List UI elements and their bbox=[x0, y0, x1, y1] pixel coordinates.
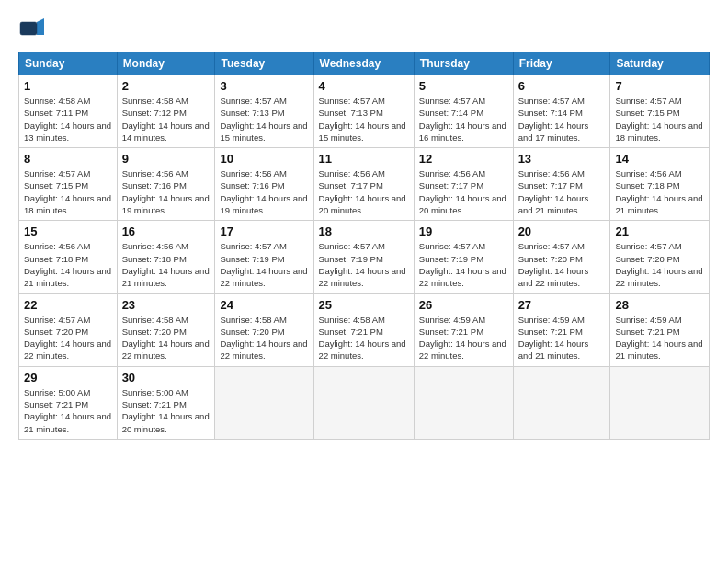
day-number: 10 bbox=[220, 152, 308, 166]
day-number: 8 bbox=[24, 152, 112, 166]
calendar-cell: 6 Sunrise: 4:57 AM Sunset: 7:14 PM Dayli… bbox=[513, 75, 610, 148]
calendar-cell: 1 Sunrise: 4:58 AM Sunset: 7:11 PM Dayli… bbox=[19, 75, 118, 148]
day-number: 6 bbox=[518, 79, 606, 93]
day-number: 2 bbox=[122, 79, 210, 93]
day-detail: Sunrise: 4:56 AM Sunset: 7:17 PM Dayligh… bbox=[319, 167, 409, 216]
logo-icon bbox=[18, 15, 48, 44]
calendar-cell: 9 Sunrise: 4:56 AM Sunset: 7:16 PM Dayli… bbox=[117, 148, 215, 221]
day-detail: Sunrise: 4:58 AM Sunset: 7:20 PM Dayligh… bbox=[220, 314, 308, 362]
calendar-cell bbox=[414, 366, 513, 439]
day-number: 29 bbox=[24, 371, 112, 385]
calendar-cell: 16 Sunrise: 4:56 AM Sunset: 7:18 PM Dayl… bbox=[117, 221, 215, 293]
day-detail: Sunrise: 4:56 AM Sunset: 7:18 PM Dayligh… bbox=[615, 167, 704, 216]
day-number: 4 bbox=[319, 79, 409, 93]
calendar-cell bbox=[313, 366, 414, 439]
page-header bbox=[18, 15, 710, 44]
day-detail: Sunrise: 4:59 AM Sunset: 7:21 PM Dayligh… bbox=[419, 314, 508, 362]
day-number: 23 bbox=[122, 298, 210, 312]
day-number: 12 bbox=[419, 152, 508, 166]
day-number: 30 bbox=[122, 371, 210, 385]
day-detail: Sunrise: 4:57 AM Sunset: 7:20 PM Dayligh… bbox=[24, 314, 112, 362]
day-number: 7 bbox=[615, 79, 704, 93]
calendar-cell: 27 Sunrise: 4:59 AM Sunset: 7:21 PM Dayl… bbox=[513, 293, 610, 366]
day-detail: Sunrise: 4:57 AM Sunset: 7:15 PM Dayligh… bbox=[615, 95, 704, 144]
day-detail: Sunrise: 4:57 AM Sunset: 7:19 PM Dayligh… bbox=[220, 240, 308, 289]
svg-marker-1 bbox=[37, 18, 44, 35]
day-number: 24 bbox=[220, 298, 308, 312]
weekday-header-row: SundayMondayTuesdayWednesdayThursdayFrid… bbox=[19, 52, 710, 75]
day-detail: Sunrise: 4:57 AM Sunset: 7:20 PM Dayligh… bbox=[518, 240, 606, 289]
calendar-cell: 13 Sunrise: 4:56 AM Sunset: 7:17 PM Dayl… bbox=[513, 148, 610, 221]
calendar-cell: 23 Sunrise: 4:58 AM Sunset: 7:20 PM Dayl… bbox=[117, 293, 215, 366]
day-detail: Sunrise: 4:58 AM Sunset: 7:20 PM Dayligh… bbox=[122, 314, 210, 362]
day-number: 18 bbox=[319, 224, 409, 238]
day-number: 11 bbox=[319, 152, 409, 166]
calendar-cell: 20 Sunrise: 4:57 AM Sunset: 7:20 PM Dayl… bbox=[513, 221, 610, 293]
calendar-cell: 2 Sunrise: 4:58 AM Sunset: 7:12 PM Dayli… bbox=[117, 75, 215, 148]
day-detail: Sunrise: 4:57 AM Sunset: 7:14 PM Dayligh… bbox=[518, 95, 606, 144]
day-detail: Sunrise: 4:56 AM Sunset: 7:16 PM Dayligh… bbox=[220, 167, 308, 216]
day-number: 16 bbox=[122, 224, 210, 238]
svg-rect-0 bbox=[20, 22, 37, 35]
weekday-header-sunday: Sunday bbox=[19, 52, 118, 75]
calendar-cell: 15 Sunrise: 4:56 AM Sunset: 7:18 PM Dayl… bbox=[19, 221, 118, 293]
weekday-header-thursday: Thursday bbox=[414, 52, 513, 75]
day-detail: Sunrise: 4:56 AM Sunset: 7:16 PM Dayligh… bbox=[122, 167, 210, 216]
calendar-cell: 5 Sunrise: 4:57 AM Sunset: 7:14 PM Dayli… bbox=[414, 75, 513, 148]
day-number: 5 bbox=[419, 79, 508, 93]
calendar-cell bbox=[610, 366, 710, 439]
day-detail: Sunrise: 5:00 AM Sunset: 7:21 PM Dayligh… bbox=[24, 386, 112, 435]
day-detail: Sunrise: 4:56 AM Sunset: 7:18 PM Dayligh… bbox=[122, 240, 210, 289]
day-number: 21 bbox=[615, 224, 704, 238]
weekday-header-tuesday: Tuesday bbox=[215, 52, 313, 75]
day-detail: Sunrise: 4:58 AM Sunset: 7:11 PM Dayligh… bbox=[24, 95, 112, 144]
calendar-cell: 8 Sunrise: 4:57 AM Sunset: 7:15 PM Dayli… bbox=[19, 148, 118, 221]
day-detail: Sunrise: 4:57 AM Sunset: 7:20 PM Dayligh… bbox=[615, 240, 704, 289]
calendar-cell: 10 Sunrise: 4:56 AM Sunset: 7:16 PM Dayl… bbox=[215, 148, 313, 221]
calendar-cell: 24 Sunrise: 4:58 AM Sunset: 7:20 PM Dayl… bbox=[215, 293, 313, 366]
calendar-cell: 28 Sunrise: 4:59 AM Sunset: 7:21 PM Dayl… bbox=[610, 293, 710, 366]
calendar-cell bbox=[513, 366, 610, 439]
calendar-cell: 7 Sunrise: 4:57 AM Sunset: 7:15 PM Dayli… bbox=[610, 75, 710, 148]
calendar-cell: 30 Sunrise: 5:00 AM Sunset: 7:21 PM Dayl… bbox=[117, 366, 215, 439]
day-number: 17 bbox=[220, 224, 308, 238]
weekday-header-saturday: Saturday bbox=[610, 52, 710, 75]
day-number: 26 bbox=[419, 298, 508, 312]
logo bbox=[18, 15, 51, 44]
day-number: 1 bbox=[24, 79, 112, 93]
day-detail: Sunrise: 4:57 AM Sunset: 7:14 PM Dayligh… bbox=[419, 95, 508, 144]
calendar-cell: 14 Sunrise: 4:56 AM Sunset: 7:18 PM Dayl… bbox=[610, 148, 710, 221]
day-detail: Sunrise: 4:56 AM Sunset: 7:18 PM Dayligh… bbox=[24, 240, 112, 289]
day-detail: Sunrise: 4:57 AM Sunset: 7:19 PM Dayligh… bbox=[419, 240, 508, 289]
calendar-cell: 19 Sunrise: 4:57 AM Sunset: 7:19 PM Dayl… bbox=[414, 221, 513, 293]
day-detail: Sunrise: 4:57 AM Sunset: 7:15 PM Dayligh… bbox=[24, 167, 112, 216]
calendar-cell: 3 Sunrise: 4:57 AM Sunset: 7:13 PM Dayli… bbox=[215, 75, 313, 148]
day-detail: Sunrise: 5:00 AM Sunset: 7:21 PM Dayligh… bbox=[122, 386, 210, 435]
day-number: 9 bbox=[122, 152, 210, 166]
weekday-header-wednesday: Wednesday bbox=[313, 52, 414, 75]
day-detail: Sunrise: 4:57 AM Sunset: 7:13 PM Dayligh… bbox=[319, 95, 409, 144]
calendar-table: SundayMondayTuesdayWednesdayThursdayFrid… bbox=[18, 52, 710, 440]
day-detail: Sunrise: 4:59 AM Sunset: 7:21 PM Dayligh… bbox=[615, 314, 704, 362]
calendar-cell: 25 Sunrise: 4:58 AM Sunset: 7:21 PM Dayl… bbox=[313, 293, 414, 366]
calendar-cell: 21 Sunrise: 4:57 AM Sunset: 7:20 PM Dayl… bbox=[610, 221, 710, 293]
day-number: 28 bbox=[615, 298, 704, 312]
day-detail: Sunrise: 4:56 AM Sunset: 7:17 PM Dayligh… bbox=[419, 167, 508, 216]
calendar-cell: 22 Sunrise: 4:57 AM Sunset: 7:20 PM Dayl… bbox=[19, 293, 118, 366]
day-number: 14 bbox=[615, 152, 704, 166]
calendar-cell bbox=[215, 366, 313, 439]
day-detail: Sunrise: 4:56 AM Sunset: 7:17 PM Dayligh… bbox=[518, 167, 606, 216]
calendar-cell: 29 Sunrise: 5:00 AM Sunset: 7:21 PM Dayl… bbox=[19, 366, 118, 439]
day-number: 19 bbox=[419, 224, 508, 238]
weekday-header-friday: Friday bbox=[513, 52, 610, 75]
day-number: 25 bbox=[319, 298, 409, 312]
day-number: 13 bbox=[518, 152, 606, 166]
day-number: 20 bbox=[518, 224, 606, 238]
calendar-cell: 12 Sunrise: 4:56 AM Sunset: 7:17 PM Dayl… bbox=[414, 148, 513, 221]
day-detail: Sunrise: 4:58 AM Sunset: 7:21 PM Dayligh… bbox=[319, 314, 409, 362]
day-detail: Sunrise: 4:59 AM Sunset: 7:21 PM Dayligh… bbox=[518, 314, 606, 362]
day-number: 22 bbox=[24, 298, 112, 312]
calendar-cell: 4 Sunrise: 4:57 AM Sunset: 7:13 PM Dayli… bbox=[313, 75, 414, 148]
calendar-cell: 17 Sunrise: 4:57 AM Sunset: 7:19 PM Dayl… bbox=[215, 221, 313, 293]
day-detail: Sunrise: 4:57 AM Sunset: 7:19 PM Dayligh… bbox=[319, 240, 409, 289]
